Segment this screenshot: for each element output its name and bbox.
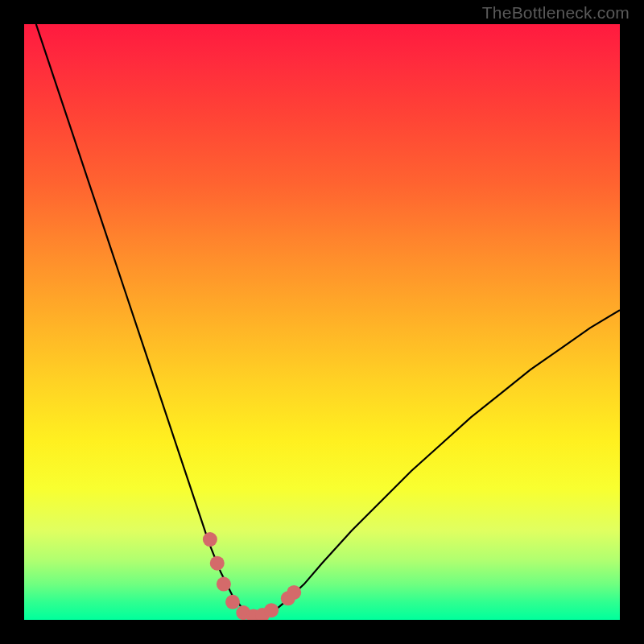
- watermark-text: TheBottleneck.com: [482, 3, 630, 23]
- chart-gradient-background: [24, 24, 620, 620]
- curve-marker-dots: [203, 532, 301, 620]
- bottleneck-curve-line: [36, 24, 620, 617]
- curve-marker: [210, 556, 225, 571]
- curve-marker: [203, 532, 217, 547]
- bottleneck-curve-svg: [24, 24, 620, 620]
- curve-marker: [264, 603, 279, 617]
- curve-marker: [287, 585, 301, 600]
- curve-marker: [217, 577, 231, 592]
- curve-marker: [225, 595, 240, 609]
